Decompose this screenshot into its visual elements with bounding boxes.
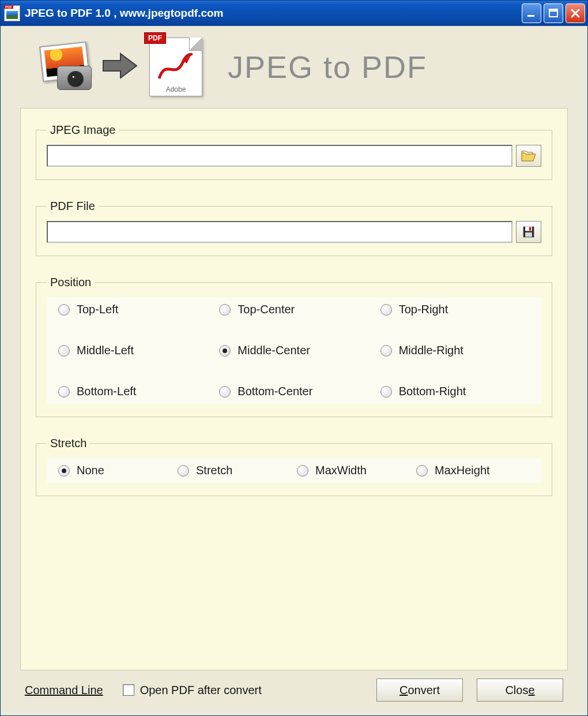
adobe-label: Adobe <box>150 85 202 93</box>
stretch-legend: Stretch <box>47 437 90 450</box>
radio-dot <box>380 304 392 316</box>
radio-label: Bottom-Right <box>399 385 466 398</box>
radio-label: Top-Left <box>77 303 118 316</box>
radio-label: MaxHeight <box>435 464 490 477</box>
svg-rect-5 <box>529 227 531 231</box>
minimize-icon <box>526 8 537 19</box>
main-panel: JPEG Image PDF File <box>20 108 568 670</box>
radio-label: Middle-Center <box>238 344 310 357</box>
stretch-group: Stretch NoneStretchMaxWidthMaxHeight <box>36 437 552 496</box>
position-legend: Position <box>47 276 95 289</box>
svg-rect-2 <box>549 9 557 12</box>
stretch-option-maxwidth[interactable]: MaxWidth <box>297 464 416 477</box>
radio-label: Middle-Left <box>77 344 134 357</box>
radio-dot <box>58 386 70 398</box>
position-option-top-right[interactable]: Top-Right <box>380 303 536 316</box>
jpeg-browse-button[interactable] <box>516 145 541 167</box>
position-option-middle-right[interactable]: Middle-Right <box>380 344 536 357</box>
open-pdf-after-checkbox[interactable]: Open PDF after convert <box>123 684 262 697</box>
radio-label: Bottom-Left <box>77 385 136 398</box>
app-icon <box>4 5 20 21</box>
svg-rect-6 <box>525 233 532 237</box>
radio-label: MaxWidth <box>315 464 367 477</box>
convert-button[interactable]: Convert <box>376 678 463 702</box>
jpeg-path-input[interactable] <box>47 145 512 167</box>
radio-dot <box>219 345 231 357</box>
folder-open-icon <box>521 149 536 162</box>
radio-label: Bottom-Center <box>238 385 312 398</box>
radio-dot <box>416 465 428 477</box>
open-pdf-after-label: Open PDF after convert <box>140 684 262 697</box>
floppy-save-icon <box>521 226 536 238</box>
minimize-button[interactable] <box>522 3 541 23</box>
radio-label: Top-Right <box>399 303 448 316</box>
footer: Command Line Open PDF after convert Conv… <box>4 675 584 713</box>
banner-title: JPEG to PDF <box>228 49 427 85</box>
titlebar: JPEG to PDF 1.0 , www.jpegtopdf.com <box>1 1 587 26</box>
photo-camera-icon <box>36 44 92 90</box>
position-group: Position Top-LeftTop-CenterTop-RightMidd… <box>36 276 552 417</box>
position-option-middle-center[interactable]: Middle-Center <box>219 344 374 357</box>
radio-dot <box>380 345 392 357</box>
radio-label: Middle-Right <box>399 344 463 357</box>
app-window: JPEG to PDF 1.0 , www.jpegtopdf.com <box>0 0 588 716</box>
command-line-link[interactable]: Command Line <box>25 684 103 697</box>
close-button[interactable]: Close <box>477 678 563 702</box>
radio-dot <box>297 465 308 477</box>
stretch-option-stretch[interactable]: Stretch <box>178 464 297 477</box>
radio-label: Top-Center <box>238 303 295 316</box>
radio-dot <box>219 386 231 398</box>
pdf-file-group: PDF File <box>36 200 552 256</box>
svg-rect-0 <box>527 15 534 17</box>
arrow-right-icon <box>102 50 139 84</box>
position-option-middle-left[interactable]: Middle-Left <box>58 344 213 357</box>
radio-dot <box>178 465 189 477</box>
radio-dot <box>58 465 70 477</box>
stretch-option-none[interactable]: None <box>58 464 178 477</box>
close-icon <box>570 8 581 19</box>
header-banner: PDF Adobe JPEG to PDF <box>4 28 584 108</box>
position-option-bottom-left[interactable]: Bottom-Left <box>58 385 213 398</box>
jpeg-image-group: JPEG Image <box>36 123 552 180</box>
radio-dot <box>219 304 231 316</box>
radio-dot <box>58 345 70 357</box>
pdf-save-button[interactable] <box>516 221 541 243</box>
radio-dot <box>58 304 70 316</box>
maximize-button[interactable] <box>544 3 563 23</box>
pdf-file-legend: PDF File <box>47 200 99 213</box>
maximize-icon <box>548 8 559 19</box>
radio-dot <box>380 386 392 398</box>
close-window-button[interactable] <box>566 3 585 23</box>
pdf-badge: PDF <box>144 32 166 44</box>
position-option-bottom-center[interactable]: Bottom-Center <box>219 385 374 398</box>
window-title: JPEG to PDF 1.0 , www.jpegtopdf.com <box>25 7 522 20</box>
pdf-document-icon: PDF Adobe <box>149 38 202 96</box>
position-option-bottom-right[interactable]: Bottom-Right <box>380 385 536 398</box>
position-option-top-center[interactable]: Top-Center <box>219 303 374 316</box>
position-option-top-left[interactable]: Top-Left <box>58 303 213 316</box>
radio-label: Stretch <box>196 464 232 477</box>
stretch-option-maxheight[interactable]: MaxHeight <box>416 464 536 477</box>
radio-label: None <box>77 464 104 477</box>
jpeg-image-legend: JPEG Image <box>47 123 119 137</box>
pdf-path-input[interactable] <box>47 221 512 243</box>
checkbox-box <box>123 684 134 696</box>
